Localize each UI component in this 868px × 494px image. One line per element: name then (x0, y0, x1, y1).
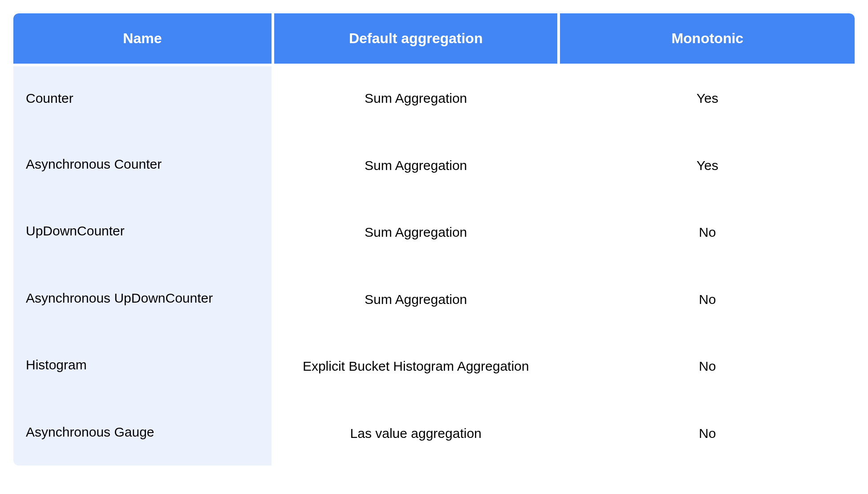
cell-aggregation: Sum Aggregation (274, 198, 560, 265)
table-row: Counter Sum Aggregation Yes (13, 64, 855, 131)
cell-monotonic: No (560, 332, 855, 399)
table-row: UpDownCounter Sum Aggregation No (13, 198, 855, 265)
header-name: Name (13, 13, 274, 64)
cell-aggregation: Sum Aggregation (274, 131, 560, 198)
metrics-table-container: Name Default aggregation Monotonic Count… (13, 13, 855, 466)
cell-aggregation: Las value aggregation (274, 399, 560, 466)
cell-aggregation: Sum Aggregation (274, 64, 560, 131)
cell-name: Asynchronous Gauge (13, 399, 274, 466)
cell-monotonic: No (560, 399, 855, 466)
table-row: Histogram Explicit Bucket Histogram Aggr… (13, 332, 855, 399)
table-row: Asynchronous Counter Sum Aggregation Yes (13, 131, 855, 198)
cell-name: Asynchronous Counter (13, 131, 274, 198)
header-aggregation: Default aggregation (274, 13, 560, 64)
header-monotonic: Monotonic (560, 13, 855, 64)
table-row: Asynchronous UpDownCounter Sum Aggregati… (13, 265, 855, 332)
metrics-table: Name Default aggregation Monotonic Count… (13, 13, 855, 466)
cell-name: Asynchronous UpDownCounter (13, 265, 274, 332)
cell-name: Counter (13, 64, 274, 131)
cell-name: UpDownCounter (13, 198, 274, 265)
cell-aggregation: Explicit Bucket Histogram Aggregation (274, 332, 560, 399)
cell-monotonic: No (560, 265, 855, 332)
table-row: Asynchronous Gauge Las value aggregation… (13, 399, 855, 466)
cell-monotonic: Yes (560, 64, 855, 131)
cell-monotonic: Yes (560, 131, 855, 198)
table-header-row: Name Default aggregation Monotonic (13, 13, 855, 64)
cell-name: Histogram (13, 332, 274, 399)
cell-aggregation: Sum Aggregation (274, 265, 560, 332)
cell-monotonic: No (560, 198, 855, 265)
